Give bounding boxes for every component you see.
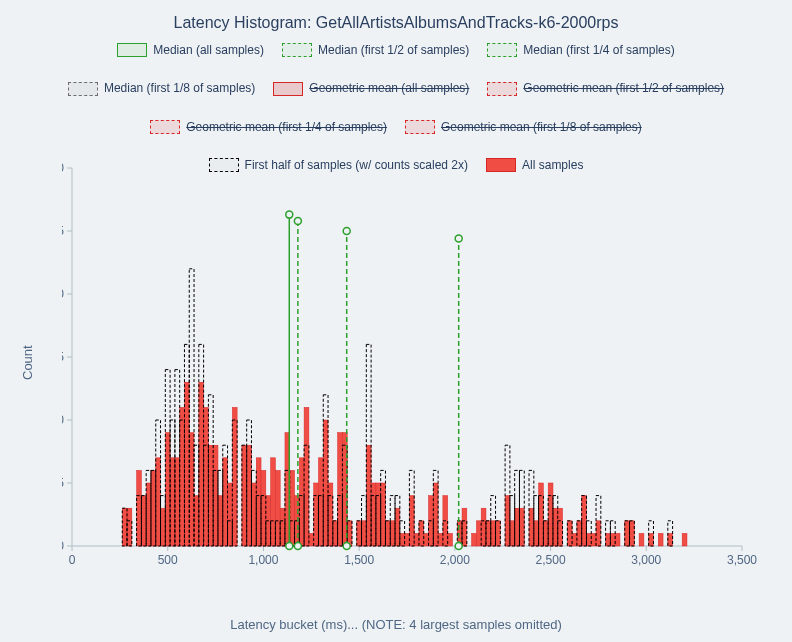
bar-all[interactable]: [586, 533, 591, 546]
bar-all[interactable]: [496, 521, 501, 546]
bar-all[interactable]: [510, 521, 515, 546]
bar-all[interactable]: [194, 496, 199, 546]
bar-all[interactable]: [362, 521, 367, 546]
bar-all[interactable]: [649, 533, 654, 546]
bar-all[interactable]: [366, 445, 371, 546]
bar-all[interactable]: [175, 458, 180, 546]
bar-all[interactable]: [682, 533, 687, 546]
bar-all[interactable]: [247, 445, 252, 546]
bar-all[interactable]: [385, 521, 390, 546]
bar-all[interactable]: [610, 533, 615, 546]
bar-all[interactable]: [309, 533, 314, 546]
bar-all[interactable]: [323, 420, 328, 546]
bar-all[interactable]: [304, 407, 309, 546]
bar-all[interactable]: [261, 470, 266, 546]
median-marker[interactable]: [343, 228, 350, 235]
bar-all[interactable]: [615, 533, 620, 546]
bar-all[interactable]: [371, 483, 376, 546]
bar-all[interactable]: [553, 508, 558, 546]
bar-all[interactable]: [472, 533, 477, 546]
median-marker[interactable]: [455, 235, 462, 242]
bar-all[interactable]: [141, 496, 146, 546]
bar-all[interactable]: [251, 483, 256, 546]
bar-all[interactable]: [318, 458, 323, 546]
bar-all[interactable]: [232, 407, 237, 546]
bar-all[interactable]: [438, 533, 443, 546]
bar-all[interactable]: [668, 533, 673, 546]
bar-all[interactable]: [558, 508, 563, 546]
bar-all[interactable]: [448, 533, 453, 546]
bar-all[interactable]: [658, 533, 663, 546]
bar-all[interactable]: [390, 521, 395, 546]
bar-all[interactable]: [151, 470, 156, 546]
bar-all[interactable]: [534, 521, 539, 546]
bar-all[interactable]: [381, 483, 386, 546]
bar-all[interactable]: [137, 470, 142, 546]
bar-all[interactable]: [505, 496, 510, 546]
legend-item[interactable]: Median (first 1/4 of samples): [487, 40, 674, 60]
bar-all[interactable]: [515, 508, 520, 546]
bar-all[interactable]: [357, 521, 362, 546]
bar-all[interactable]: [161, 508, 166, 546]
legend-item[interactable]: Geometric mean (all samples): [273, 78, 469, 98]
bar-all[interactable]: [433, 483, 438, 546]
bar-all[interactable]: [156, 458, 161, 546]
bar-all[interactable]: [184, 382, 189, 546]
bar-all[interactable]: [596, 521, 601, 546]
bar-all[interactable]: [486, 521, 491, 546]
bar-all[interactable]: [405, 533, 410, 546]
bar-all[interactable]: [256, 458, 261, 546]
median-marker[interactable]: [294, 217, 301, 224]
bar-all[interactable]: [204, 407, 209, 546]
bar-all[interactable]: [491, 521, 496, 546]
bar-all[interactable]: [333, 521, 338, 546]
legend-item[interactable]: Median (first 1/2 of samples): [282, 40, 469, 60]
bar-all[interactable]: [424, 533, 429, 546]
bar-all[interactable]: [328, 483, 333, 546]
bar-all[interactable]: [228, 483, 233, 546]
bar-all[interactable]: [476, 521, 481, 546]
bar-all[interactable]: [280, 508, 285, 546]
bar-all[interactable]: [548, 483, 553, 546]
legend-item[interactable]: Median (all samples): [117, 40, 264, 60]
bar-all[interactable]: [567, 521, 572, 546]
bar-all[interactable]: [180, 407, 185, 546]
bar-all[interactable]: [122, 508, 127, 546]
bar-all[interactable]: [127, 508, 132, 546]
median-marker[interactable]: [286, 211, 293, 218]
bar-all[interactable]: [529, 508, 534, 546]
bar-all[interactable]: [572, 533, 577, 546]
bar-all[interactable]: [290, 470, 295, 546]
bar-all[interactable]: [275, 470, 280, 546]
bar-all[interactable]: [606, 533, 611, 546]
bar-all[interactable]: [165, 433, 170, 546]
bar-all[interactable]: [577, 521, 582, 546]
legend-item[interactable]: Geometric mean (first 1/8 of samples): [405, 117, 642, 137]
plot-area[interactable]: 05001,0001,5002,0002,5003,0003,500051015…: [62, 158, 760, 588]
bar-all[interactable]: [299, 458, 304, 546]
bar-all[interactable]: [242, 445, 247, 546]
legend-item[interactable]: Geometric mean (first 1/2 of samples): [487, 78, 724, 98]
bar-all[interactable]: [223, 458, 228, 546]
bar-all[interactable]: [170, 458, 175, 546]
bar-all[interactable]: [591, 533, 596, 546]
bar-all[interactable]: [208, 445, 213, 546]
bar-all[interactable]: [625, 521, 630, 546]
legend-item[interactable]: Median (first 1/8 of samples): [68, 78, 255, 98]
bar-all[interactable]: [414, 533, 419, 546]
bar-all[interactable]: [395, 508, 400, 546]
bar-all[interactable]: [409, 496, 414, 546]
bar-all[interactable]: [338, 433, 343, 546]
bar-all[interactable]: [400, 533, 405, 546]
bar-all[interactable]: [314, 483, 319, 546]
bar-all[interactable]: [462, 508, 467, 546]
bar-all[interactable]: [213, 445, 218, 546]
bar-all[interactable]: [481, 508, 486, 546]
bar-all[interactable]: [543, 521, 548, 546]
bar-all[interactable]: [271, 458, 276, 546]
legend-item[interactable]: Geometric mean (first 1/4 of samples): [150, 117, 387, 137]
bar-all[interactable]: [218, 496, 223, 546]
bar-all[interactable]: [189, 433, 194, 546]
bar-all[interactable]: [419, 521, 424, 546]
bar-all[interactable]: [376, 483, 381, 546]
